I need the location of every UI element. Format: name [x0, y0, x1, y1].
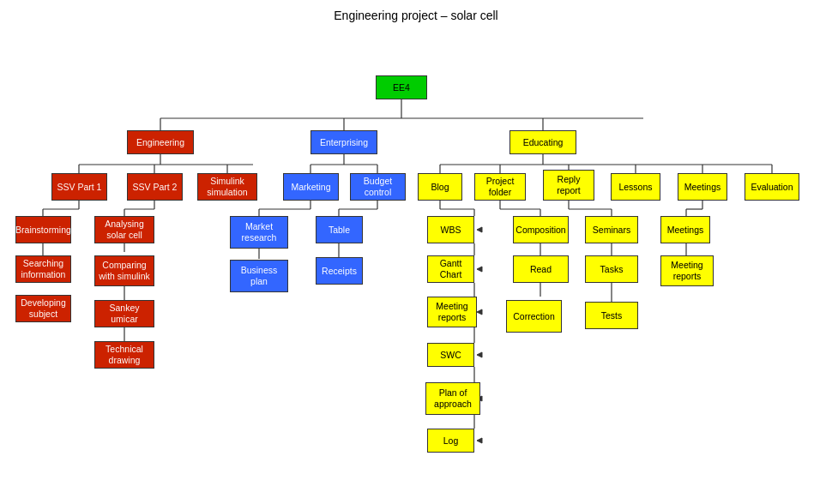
node-blog: Blog: [418, 173, 462, 201]
node-evaluation: Evaluation: [745, 173, 799, 201]
chart-area: EE4 Engineering Enterprising Educating S…: [0, 26, 832, 504]
node-engineering: Engineering: [127, 130, 194, 154]
node-businessplan: Business plan: [230, 260, 288, 292]
node-receipts: Receipts: [316, 257, 363, 285]
node-projfolder: Project folder: [474, 173, 526, 201]
node-ee4: EE4: [376, 75, 427, 99]
node-ssv1: SSV Part 1: [51, 173, 107, 201]
node-replyreport: Reply report: [543, 170, 594, 201]
svg-marker-51: [477, 227, 482, 232]
node-lessons: Lessons: [611, 173, 660, 201]
node-ssv2: SSV Part 2: [127, 173, 183, 201]
node-budget: Budget control: [350, 173, 406, 201]
node-technical: Technical drawing: [94, 341, 154, 369]
svg-marker-53: [477, 309, 482, 315]
node-educating: Educating: [509, 130, 576, 154]
svg-marker-52: [477, 267, 482, 272]
node-correction: Correction: [506, 300, 562, 333]
node-meetingreports-left: Meeting reports: [427, 297, 477, 327]
node-planofapproach: Plan of approach: [425, 382, 480, 415]
node-meetings-right: Meetings: [660, 216, 710, 243]
node-tests: Tests: [585, 302, 638, 329]
page-title: Engineering project – solar cell: [0, 0, 832, 22]
node-ganttchart: Gantt Chart: [427, 255, 474, 283]
node-composition: Composition: [513, 216, 569, 243]
node-log: Log: [427, 429, 474, 453]
node-enterprising: Enterprising: [310, 130, 377, 154]
node-comparing: Comparing with simulink: [94, 255, 154, 286]
node-marketresearch: Market research: [230, 216, 288, 249]
node-table: Table: [316, 216, 363, 243]
node-developing: Developing subject: [15, 295, 71, 322]
svg-marker-54: [477, 352, 482, 357]
node-marketing: Marketing: [283, 173, 339, 201]
node-seminars: Seminars: [585, 216, 638, 243]
node-brainstorming: Brainstorming: [15, 216, 71, 243]
node-simulink: Simulink simulation: [197, 173, 257, 201]
node-read: Read: [513, 255, 569, 283]
node-swc: SWC: [427, 343, 474, 367]
node-meetings-top: Meetings: [678, 173, 727, 201]
node-wbs: WBS: [427, 216, 474, 243]
node-analysing: Analysing solar cell: [94, 216, 154, 243]
node-meetingreports-right: Meeting reports: [660, 255, 714, 286]
node-searching: Searching information: [15, 255, 71, 283]
svg-marker-56: [477, 438, 482, 443]
node-sankey: Sankey umicar: [94, 300, 154, 327]
node-tasks: Tasks: [585, 255, 638, 283]
